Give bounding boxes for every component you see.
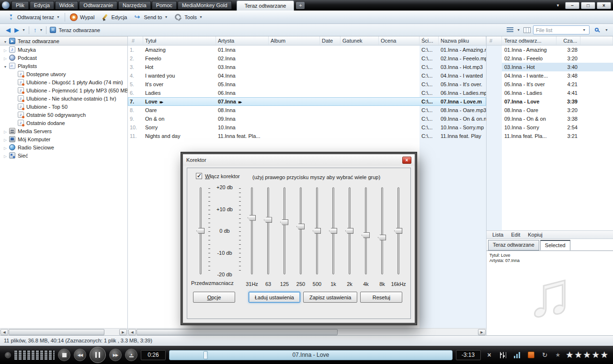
sidebar-item[interactable]: Sieć xyxy=(0,151,127,159)
sidebar-item[interactable]: Radio Sieciowe xyxy=(0,143,127,151)
now-playing-row[interactable]: 1. 01.Inna - Amazing 3:28 xyxy=(487,46,613,54)
close-button[interactable] xyxy=(597,2,611,9)
track-row[interactable]: 2. Feeelo 02.Inna C:\... 02.Inna - Feeel… xyxy=(128,54,486,63)
eq-band-slider[interactable] xyxy=(316,187,318,274)
sidebar-item[interactable]: Ulubione - Długość 1 płyty Audio (74 min… xyxy=(0,78,127,86)
scroll-right-icon[interactable] xyxy=(119,329,127,335)
now-playing-row[interactable]: 11. 11.Inna feat. Pla... 3:21 xyxy=(487,132,613,140)
slider-handle[interactable] xyxy=(362,232,370,238)
slider-handle[interactable] xyxy=(196,228,204,234)
column-header-path[interactable]: Ści... xyxy=(420,36,439,45)
sidebar-item[interactable]: Muzyka xyxy=(0,46,127,54)
now-playing-row[interactable]: 5. 05.Inna - It's over 4:21 xyxy=(487,80,613,89)
chevron-down-icon[interactable] xyxy=(199,15,203,19)
now-playing-row[interactable]: 10. 10.Inna - Sorry 2:54 xyxy=(487,123,613,132)
sidebar-item[interactable]: Ulubione - Nie słuchane ostatnio (1 hr) xyxy=(0,94,127,102)
chevron-down-icon[interactable] xyxy=(516,28,521,32)
scrollbar-thumb[interactable] xyxy=(136,329,338,335)
sidebar-item[interactable]: Playlists xyxy=(0,62,127,70)
small-star-icon[interactable] xyxy=(556,352,561,358)
track-row[interactable]: 8. Oare 08.Inna C:\... 08.Inna - Oare.mp… xyxy=(128,106,486,114)
maximize-button[interactable] xyxy=(581,2,595,9)
menu-item[interactable]: MediaMonkey Gold xyxy=(178,1,232,10)
track-row[interactable]: 5. It's over 05.Inna C:\... 05.Inna - It… xyxy=(128,80,486,89)
menu-item[interactable]: Narzędzia xyxy=(118,1,151,10)
scroll-left-icon[interactable] xyxy=(128,329,136,335)
expand-arrow-icon[interactable] xyxy=(2,63,9,69)
track-row[interactable]: 3. Hot 03.Inna C:\... 03.Inna - Hot.mp3 xyxy=(128,63,486,71)
columns-icon[interactable] xyxy=(523,27,531,33)
eq-button[interactable]: Resetuj xyxy=(360,292,402,303)
menu-item[interactable]: Odtwarzanie xyxy=(79,1,117,10)
slider-handle[interactable] xyxy=(378,235,386,240)
menu-item[interactable]: Edycja xyxy=(30,1,54,10)
track-row[interactable]: 9. On & on 09.Inna C:\... 09.Inna - On &… xyxy=(128,114,486,123)
history-dropdown-icon[interactable] xyxy=(21,28,26,32)
tools-button[interactable]: Tools xyxy=(171,12,206,23)
now-playing-row[interactable]: 7. 07.Inna - Love 3:39 xyxy=(487,97,613,106)
sidebar-item[interactable]: Teraz odtwarzane xyxy=(0,36,127,46)
sidebar-item[interactable]: Ulubione - Top 50 xyxy=(0,102,127,111)
clear-button[interactable] xyxy=(484,350,495,360)
sidebar-item[interactable]: Ulubione - Pojemność 1 płyty MP3 (650 MB… xyxy=(0,86,127,94)
chevron-down-icon[interactable] xyxy=(38,28,44,32)
menu-item[interactable]: Pomoc xyxy=(152,1,177,10)
column-header-time[interactable]: Cza... xyxy=(556,36,580,45)
column-header-filename[interactable]: Nazwa pliku xyxy=(439,36,486,45)
now-playing-tab[interactable]: Selected xyxy=(540,240,570,250)
slider-handle[interactable] xyxy=(329,228,337,234)
menu-item[interactable]: Plik xyxy=(11,1,29,10)
now-playing-row[interactable]: 3. 03.Inna - Hot 3:40 xyxy=(487,63,613,71)
slider-handle[interactable] xyxy=(248,215,256,221)
previous-button[interactable]: ◀◀ xyxy=(74,349,86,361)
file-list-dropdown[interactable]: File list xyxy=(533,25,590,34)
eq-band-slider[interactable] xyxy=(300,187,302,274)
preamp-slider[interactable] xyxy=(200,187,202,274)
visualization-icon[interactable] xyxy=(14,350,55,360)
column-header-number[interactable]: # xyxy=(128,36,143,45)
expand-arrow-icon[interactable] xyxy=(2,47,9,53)
close-icon[interactable] xyxy=(402,157,411,164)
record-button[interactable] xyxy=(526,350,536,360)
enable-eq-row[interactable]: Włącz korektor xyxy=(196,173,240,179)
now-playing-row[interactable]: 2. 02.Inna - Feeelo 3:20 xyxy=(487,54,613,63)
eq-button[interactable]: Opcje xyxy=(193,292,235,303)
scrollbar-thumb[interactable] xyxy=(9,329,104,335)
track-row[interactable]: 11. Nights and day 11.Inna feat. Pla... … xyxy=(128,132,486,140)
eject-button[interactable] xyxy=(125,349,137,361)
visualization-button[interactable] xyxy=(512,350,522,360)
star-icon[interactable]: ★ xyxy=(566,350,573,360)
tab-now-playing[interactable]: Teraz odtwarzane xyxy=(237,0,295,11)
column-header-artist[interactable]: Artysta xyxy=(216,36,269,45)
star-icon[interactable]: ★ xyxy=(583,350,591,360)
breadcrumb[interactable]: Teraz odtwarzane xyxy=(58,27,100,33)
scroll-left-icon[interactable] xyxy=(0,329,8,335)
edit-button[interactable]: Edycja xyxy=(98,12,130,23)
up-level-icon[interactable]: ↑ xyxy=(32,26,39,34)
column-header-date[interactable]: Date xyxy=(320,36,341,45)
sidebar-item[interactable]: Mój Komputer xyxy=(0,135,127,143)
eq-band-slider[interactable] xyxy=(397,187,399,274)
expand-arrow-icon[interactable] xyxy=(2,153,9,159)
star-icon[interactable]: ★ xyxy=(592,350,600,360)
eq-band-slider[interactable] xyxy=(349,187,351,274)
pause-button[interactable] xyxy=(90,347,106,363)
search-icon[interactable] xyxy=(595,28,599,32)
now-playing-action[interactable]: Edit xyxy=(511,232,520,239)
expand-arrow-icon[interactable] xyxy=(2,136,9,142)
eq-band-slider[interactable] xyxy=(365,187,367,274)
new-tab-button[interactable] xyxy=(296,2,305,9)
eq-band-slider[interactable] xyxy=(381,187,383,274)
track-row[interactable]: 7. Love 07.Inna C:\... 07.Inna - Love.m xyxy=(128,97,486,106)
eq-band-slider[interactable] xyxy=(284,187,285,274)
column-header-title[interactable]: Tytuł xyxy=(143,36,216,45)
column-header-album[interactable]: Album xyxy=(269,36,320,45)
star-icon[interactable]: ★ xyxy=(601,350,608,360)
now-playing-row[interactable]: 4. 04.Inna - I wante... 3:48 xyxy=(487,71,613,80)
slider-handle[interactable] xyxy=(394,228,402,234)
track-row[interactable]: 1. Amazing 01.Inna C:\... 01.Inna - Amaz… xyxy=(128,46,486,54)
forward-icon[interactable]: ▶ xyxy=(12,26,21,34)
dialog-titlebar[interactable]: Korektor xyxy=(183,154,415,166)
volume-knob-icon[interactable] xyxy=(5,352,11,358)
expand-arrow-icon[interactable] xyxy=(2,128,9,134)
